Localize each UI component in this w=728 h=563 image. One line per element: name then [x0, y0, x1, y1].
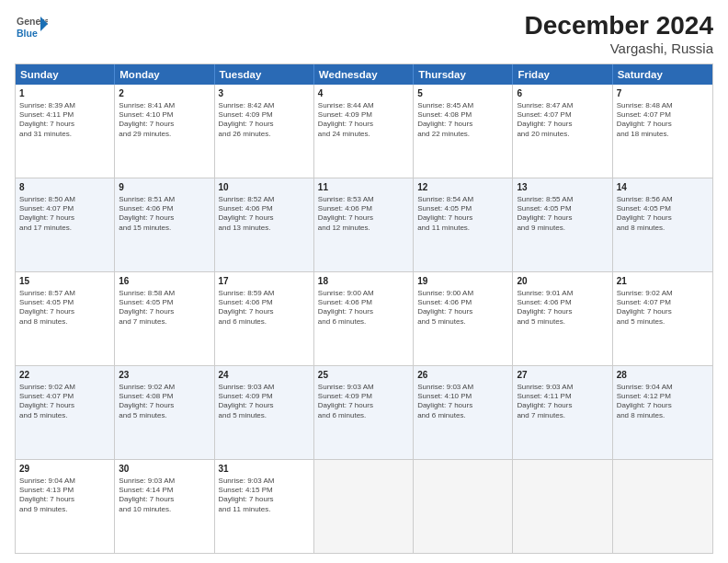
day-info: Sunrise: 8:45 AMSunset: 4:08 PMDaylight:…	[417, 101, 508, 140]
day-number: 27	[517, 369, 608, 382]
day-cell-7: 7Sunrise: 8:48 AMSunset: 4:07 PMDaylight…	[613, 85, 712, 178]
day-number: 18	[318, 275, 409, 288]
day-cell-16: 16Sunrise: 8:58 AMSunset: 4:05 PMDayligh…	[115, 272, 214, 365]
day-number: 22	[19, 369, 110, 382]
logo-icon: General Blue	[15, 11, 48, 44]
logo: General Blue	[15, 11, 48, 44]
empty-cell	[513, 460, 612, 553]
empty-cell	[613, 460, 712, 553]
day-info: Sunrise: 8:52 AMSunset: 4:06 PMDaylight:…	[219, 195, 310, 234]
day-info: Sunrise: 9:01 AMSunset: 4:06 PMDaylight:…	[517, 289, 608, 327]
day-cell-15: 15Sunrise: 8:57 AMSunset: 4:05 PMDayligh…	[16, 272, 115, 365]
day-info: Sunrise: 8:55 AMSunset: 4:05 PMDaylight:…	[517, 195, 608, 234]
svg-text:Blue: Blue	[17, 28, 38, 39]
day-number: 17	[219, 275, 310, 288]
header-thursday: Thursday	[414, 64, 513, 85]
day-cell-8: 8Sunrise: 8:50 AMSunset: 4:07 PMDaylight…	[16, 178, 115, 271]
day-info: Sunrise: 8:59 AMSunset: 4:06 PMDaylight:…	[219, 289, 310, 327]
day-cell-12: 12Sunrise: 8:54 AMSunset: 4:05 PMDayligh…	[414, 178, 513, 271]
day-cell-21: 21Sunrise: 9:02 AMSunset: 4:07 PMDayligh…	[613, 272, 712, 365]
calendar: SundayMondayTuesdayWednesdayThursdayFrid…	[15, 63, 713, 554]
day-cell-10: 10Sunrise: 8:52 AMSunset: 4:06 PMDayligh…	[215, 178, 314, 271]
day-number: 15	[19, 275, 110, 288]
day-cell-5: 5Sunrise: 8:45 AMSunset: 4:08 PMDaylight…	[414, 85, 513, 178]
title-block: December 2024 Vargashi, Russia	[525, 11, 713, 56]
day-cell-6: 6Sunrise: 8:47 AMSunset: 4:07 PMDaylight…	[513, 85, 612, 178]
day-cell-13: 13Sunrise: 8:55 AMSunset: 4:05 PMDayligh…	[513, 178, 612, 271]
day-cell-9: 9Sunrise: 8:51 AMSunset: 4:06 PMDaylight…	[115, 178, 214, 271]
week-row-1: 1Sunrise: 8:39 AMSunset: 4:11 PMDaylight…	[16, 85, 712, 178]
day-info: Sunrise: 8:48 AMSunset: 4:07 PMDaylight:…	[617, 101, 709, 140]
day-number: 20	[517, 275, 608, 288]
empty-cell	[314, 460, 414, 553]
day-number: 30	[119, 463, 210, 476]
day-info: Sunrise: 9:04 AMSunset: 4:12 PMDaylight:…	[617, 383, 709, 421]
day-number: 2	[119, 87, 210, 100]
day-number: 10	[219, 181, 310, 194]
week-row-4: 22Sunrise: 9:02 AMSunset: 4:07 PMDayligh…	[16, 366, 712, 460]
header-saturday: Saturday	[613, 64, 712, 85]
day-info: Sunrise: 9:00 AMSunset: 4:06 PMDaylight:…	[417, 289, 508, 327]
day-number: 6	[517, 87, 608, 100]
day-cell-23: 23Sunrise: 9:02 AMSunset: 4:08 PMDayligh…	[115, 366, 214, 459]
day-number: 4	[318, 87, 409, 100]
day-number: 14	[617, 181, 709, 194]
day-info: Sunrise: 8:39 AMSunset: 4:11 PMDaylight:…	[19, 101, 110, 140]
page: General Blue December 2024 Vargashi, Rus…	[0, 0, 728, 563]
day-number: 21	[617, 275, 709, 288]
day-cell-4: 4Sunrise: 8:44 AMSunset: 4:09 PMDaylight…	[314, 85, 414, 178]
day-cell-17: 17Sunrise: 8:59 AMSunset: 4:06 PMDayligh…	[215, 272, 314, 365]
calendar-body: 1Sunrise: 8:39 AMSunset: 4:11 PMDaylight…	[16, 85, 712, 553]
day-info: Sunrise: 8:56 AMSunset: 4:05 PMDaylight:…	[617, 195, 709, 234]
day-info: Sunrise: 8:54 AMSunset: 4:05 PMDaylight:…	[417, 195, 508, 234]
header-friday: Friday	[513, 64, 612, 85]
day-info: Sunrise: 9:03 AMSunset: 4:09 PMDaylight:…	[318, 383, 409, 421]
day-cell-11: 11Sunrise: 8:53 AMSunset: 4:06 PMDayligh…	[314, 178, 414, 271]
day-info: Sunrise: 8:44 AMSunset: 4:09 PMDaylight:…	[318, 101, 409, 140]
day-cell-22: 22Sunrise: 9:02 AMSunset: 4:07 PMDayligh…	[16, 366, 115, 459]
calendar-header-row: SundayMondayTuesdayWednesdayThursdayFrid…	[16, 64, 712, 85]
calendar-subtitle: Vargashi, Russia	[525, 40, 713, 56]
day-number: 19	[417, 275, 508, 288]
header-sunday: Sunday	[16, 64, 115, 85]
day-number: 16	[119, 275, 210, 288]
day-number: 11	[318, 181, 409, 194]
day-info: Sunrise: 9:00 AMSunset: 4:06 PMDaylight:…	[318, 289, 409, 327]
day-number: 31	[219, 463, 310, 476]
day-cell-1: 1Sunrise: 8:39 AMSunset: 4:11 PMDaylight…	[16, 85, 115, 178]
header: General Blue December 2024 Vargashi, Rus…	[15, 11, 713, 56]
day-number: 1	[19, 87, 110, 100]
day-cell-29: 29Sunrise: 9:04 AMSunset: 4:13 PMDayligh…	[16, 460, 115, 553]
day-cell-27: 27Sunrise: 9:03 AMSunset: 4:11 PMDayligh…	[513, 366, 612, 459]
day-cell-20: 20Sunrise: 9:01 AMSunset: 4:06 PMDayligh…	[513, 272, 612, 365]
day-info: Sunrise: 8:42 AMSunset: 4:09 PMDaylight:…	[219, 101, 310, 140]
day-number: 25	[318, 369, 409, 382]
day-number: 23	[119, 369, 210, 382]
day-info: Sunrise: 8:57 AMSunset: 4:05 PMDaylight:…	[19, 289, 110, 327]
day-cell-19: 19Sunrise: 9:00 AMSunset: 4:06 PMDayligh…	[414, 272, 513, 365]
day-info: Sunrise: 9:03 AMSunset: 4:10 PMDaylight:…	[417, 383, 508, 421]
day-info: Sunrise: 8:51 AMSunset: 4:06 PMDaylight:…	[119, 195, 210, 234]
week-row-2: 8Sunrise: 8:50 AMSunset: 4:07 PMDaylight…	[16, 178, 712, 272]
week-row-3: 15Sunrise: 8:57 AMSunset: 4:05 PMDayligh…	[16, 272, 712, 366]
day-number: 13	[517, 181, 608, 194]
day-number: 9	[119, 181, 210, 194]
day-cell-28: 28Sunrise: 9:04 AMSunset: 4:12 PMDayligh…	[613, 366, 712, 459]
day-number: 8	[19, 181, 110, 194]
day-info: Sunrise: 8:53 AMSunset: 4:06 PMDaylight:…	[318, 195, 409, 234]
header-tuesday: Tuesday	[215, 64, 314, 85]
header-wednesday: Wednesday	[314, 64, 414, 85]
header-monday: Monday	[115, 64, 214, 85]
day-info: Sunrise: 8:50 AMSunset: 4:07 PMDaylight:…	[19, 195, 110, 234]
day-number: 3	[219, 87, 310, 100]
day-cell-30: 30Sunrise: 9:03 AMSunset: 4:14 PMDayligh…	[115, 460, 214, 553]
day-cell-26: 26Sunrise: 9:03 AMSunset: 4:10 PMDayligh…	[414, 366, 513, 459]
day-info: Sunrise: 9:03 AMSunset: 4:09 PMDaylight:…	[219, 383, 310, 421]
day-info: Sunrise: 9:04 AMSunset: 4:13 PMDaylight:…	[19, 477, 110, 515]
day-cell-25: 25Sunrise: 9:03 AMSunset: 4:09 PMDayligh…	[314, 366, 414, 459]
week-row-5: 29Sunrise: 9:04 AMSunset: 4:13 PMDayligh…	[16, 460, 712, 553]
day-number: 7	[617, 87, 709, 100]
day-info: Sunrise: 8:47 AMSunset: 4:07 PMDaylight:…	[517, 101, 608, 140]
calendar-title: December 2024	[525, 11, 713, 40]
day-cell-2: 2Sunrise: 8:41 AMSunset: 4:10 PMDaylight…	[115, 85, 214, 178]
